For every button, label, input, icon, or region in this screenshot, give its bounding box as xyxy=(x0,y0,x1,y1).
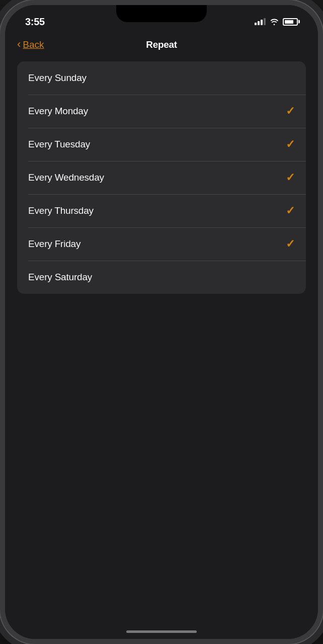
checkmark-icon-wednesday: ✓ xyxy=(286,171,295,184)
list-item-wednesday[interactable]: Every Wednesday✓ xyxy=(17,161,306,194)
list-item-label-tuesday: Every Tuesday xyxy=(28,139,90,150)
list-item-label-monday: Every Monday xyxy=(28,106,88,117)
wifi-icon xyxy=(270,18,279,25)
list-item-monday[interactable]: Every Monday✓ xyxy=(17,95,306,128)
status-time: 3:55 xyxy=(25,16,45,28)
notch xyxy=(116,5,207,22)
home-indicator xyxy=(126,630,197,633)
phone-frame: 3:55 ‹ Back xyxy=(0,0,323,644)
list-item-thursday[interactable]: Every Thursday✓ xyxy=(17,194,306,227)
list-item-label-saturday: Every Saturday xyxy=(28,272,92,283)
screen: 3:55 ‹ Back xyxy=(5,5,318,639)
list-item-tuesday[interactable]: Every Tuesday✓ xyxy=(17,128,306,161)
nav-title: Repeat xyxy=(146,39,177,50)
list-item-label-thursday: Every Thursday xyxy=(28,205,94,216)
list-item-label-wednesday: Every Wednesday xyxy=(28,172,104,183)
signal-icon xyxy=(255,18,266,25)
checkmark-icon-monday: ✓ xyxy=(286,105,295,118)
repeat-list: Every Sunday✓Every Monday✓Every Tuesday✓… xyxy=(17,61,306,294)
list-item-friday[interactable]: Every Friday✓ xyxy=(17,227,306,261)
back-label[interactable]: Back xyxy=(23,39,44,50)
checkmark-icon-tuesday: ✓ xyxy=(286,138,295,151)
list-item-label-friday: Every Friday xyxy=(28,238,80,250)
content: Every Sunday✓Every Monday✓Every Tuesday✓… xyxy=(5,55,318,639)
list-item-sunday[interactable]: Every Sunday✓ xyxy=(17,61,306,95)
list-item-saturday[interactable]: Every Saturday✓ xyxy=(17,261,306,294)
checkmark-icon-friday: ✓ xyxy=(286,237,295,251)
nav-bar: ‹ Back Repeat xyxy=(5,33,318,55)
back-button[interactable]: ‹ Back xyxy=(17,39,44,50)
battery-icon xyxy=(283,18,298,26)
checkmark-icon-thursday: ✓ xyxy=(286,204,295,217)
back-chevron-icon: ‹ xyxy=(17,39,21,50)
list-item-label-sunday: Every Sunday xyxy=(28,72,87,84)
status-icons xyxy=(255,18,298,26)
